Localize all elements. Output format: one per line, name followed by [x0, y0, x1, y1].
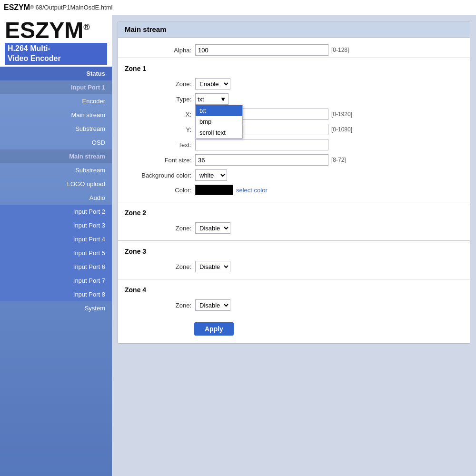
content-header: Main stream: [118, 21, 470, 38]
zone1-bgcolor-label: Background color:: [125, 172, 191, 179]
sidebar-item-input-port-5[interactable]: Input Port 5: [0, 246, 112, 260]
apply-button[interactable]: Apply: [194, 322, 234, 336]
zone4-zone-select[interactable]: Enable Disable: [195, 299, 230, 311]
zone1-text-row: Text:: [118, 137, 470, 152]
zone3-title: Zone 3: [118, 246, 470, 259]
topbar-registered: ®: [30, 5, 33, 10]
zone1-fontsize-input[interactable]: [195, 154, 328, 166]
zone1-x-label: X:: [125, 111, 191, 118]
zone1-section: Zone 1 Zone: Enable Disable Type: txt: [118, 58, 470, 202]
zone1-zone-label: Zone:: [125, 80, 191, 88]
topbar-url: 68/OutputP1MainOsdE.html: [36, 4, 113, 11]
zone1-text-input[interactable]: [195, 139, 328, 150]
sidebar-item-osd[interactable]: OSD: [0, 136, 112, 149]
sidebar-item-main-stream-header[interactable]: Main stream: [0, 149, 112, 163]
sidebar-item-status[interactable]: Status: [0, 67, 112, 80]
sidebar-item-input-port-7[interactable]: Input Port 7: [0, 274, 112, 288]
sidebar-item-input-port-3[interactable]: Input Port 3: [0, 218, 112, 232]
zone3-zone-label: Zone:: [125, 263, 191, 270]
zone1-y-row: Y: [0-1080]: [118, 122, 470, 137]
zone1-color-box: [195, 185, 233, 195]
zone4-zone-row: Zone: Enable Disable: [118, 298, 470, 313]
zone1-type-label: Type:: [125, 96, 191, 103]
sidebar-item-input-port-6[interactable]: Input Port 6: [0, 260, 112, 274]
zone2-section: Zone 2 Zone: Enable Disable: [118, 202, 470, 240]
brand-logo: ESZYM®: [5, 19, 107, 42]
zone1-select-color-link[interactable]: select color: [236, 187, 268, 194]
zone2-zone-select[interactable]: Enable Disable: [195, 222, 230, 234]
type-option-scroll[interactable]: scroll text: [196, 127, 242, 138]
zone1-text-label: Text:: [125, 141, 191, 149]
zone1-color-label: Color:: [125, 187, 191, 194]
brand-box: ESZYM® H.264 Multi-Video Encoder: [0, 15, 112, 67]
sidebar-item-system[interactable]: System: [0, 301, 112, 315]
zone1-fontsize-label: Font size:: [125, 157, 191, 164]
sidebar-item-substream2[interactable]: Substream: [0, 163, 112, 177]
zone1-bgcolor-row: Background color: white black red green …: [118, 168, 470, 183]
content-box: Main stream Alpha: [0-128] Zone 1 Zone: …: [118, 21, 470, 344]
sidebar-item-main-stream[interactable]: Main stream: [0, 108, 112, 122]
type-select-wrapper: txt ▼ txt bmp scroll text: [195, 93, 228, 105]
zone2-zone-row: Zone: Enable Disable: [118, 220, 470, 236]
type-option-bmp[interactable]: bmp: [196, 116, 242, 127]
content-body: Alpha: [0-128] Zone 1 Zone: Enable Disab…: [118, 38, 470, 343]
zone1-x-row: X: [0-1920]: [118, 107, 470, 122]
sidebar-item-audio[interactable]: Audio: [0, 191, 112, 205]
sidebar-item-input-port-8[interactable]: Input Port 8: [0, 288, 112, 301]
alpha-label: Alpha:: [125, 47, 191, 54]
zone1-x-hint: [0-1920]: [331, 111, 352, 118]
type-select-button[interactable]: txt ▼: [195, 93, 228, 105]
brand-registered: ®: [83, 22, 89, 32]
type-select-value: txt: [198, 96, 204, 103]
sidebar-item-encoder[interactable]: Encoder: [0, 94, 112, 108]
alpha-hint: [0-128]: [331, 47, 349, 53]
zone3-zone-select[interactable]: Enable Disable: [195, 261, 230, 272]
zone1-fontsize-hint: [8-72]: [331, 157, 346, 163]
apply-row: Apply: [118, 317, 470, 338]
sidebar-item-input-port-4[interactable]: Input Port 4: [0, 232, 112, 246]
zone1-type-row: Type: txt ▼ txt bmp scroll text: [118, 91, 470, 107]
type-dropdown: txt bmp scroll text: [195, 105, 243, 139]
zone4-section: Zone 4 Zone: Enable Disable: [118, 279, 470, 317]
sidebar: ESZYM® H.264 Multi-Video Encoder Status …: [0, 15, 112, 476]
sidebar-item-substream[interactable]: Substream: [0, 122, 112, 136]
zone1-zone-select[interactable]: Enable Disable: [195, 78, 230, 89]
sidebar-item-input-port-2[interactable]: Input Port 2: [0, 205, 112, 218]
zone2-zone-label: Zone:: [125, 225, 191, 232]
sidebar-item-input-port-1[interactable]: Input Port 1: [0, 80, 112, 94]
zone4-title: Zone 4: [118, 284, 470, 298]
zone3-section: Zone 3 Zone: Enable Disable: [118, 240, 470, 279]
brand-subtitle: H.264 Multi-Video Encoder: [5, 43, 107, 65]
topbar: ESZYM® 68/OutputP1MainOsdE.html: [0, 0, 476, 15]
type-select-arrow: ▼: [220, 96, 226, 103]
zone2-title: Zone 2: [118, 207, 470, 220]
zone1-y-label: Y:: [125, 126, 191, 133]
zone1-y-hint: [0-1080]: [331, 126, 352, 133]
zone3-zone-row: Zone: Enable Disable: [118, 259, 470, 274]
zone1-title: Zone 1: [118, 63, 470, 76]
zone1-zone-row: Zone: Enable Disable: [118, 76, 470, 91]
type-option-txt[interactable]: txt: [196, 105, 242, 116]
topbar-logo: ESZYM: [4, 3, 30, 12]
zone1-fontsize-row: Font size: [8-72]: [118, 152, 470, 168]
main-content: Main stream Alpha: [0-128] Zone 1 Zone: …: [112, 15, 476, 476]
sidebar-item-logo-upload[interactable]: LOGO upload: [0, 177, 112, 191]
alpha-row: Alpha: [0-128]: [118, 42, 470, 58]
zone4-zone-label: Zone:: [125, 302, 191, 309]
zone1-color-row: Color: select color: [118, 183, 470, 197]
alpha-input[interactable]: [195, 44, 328, 56]
zone1-bgcolor-select[interactable]: white black red green blue yellow: [195, 169, 227, 181]
